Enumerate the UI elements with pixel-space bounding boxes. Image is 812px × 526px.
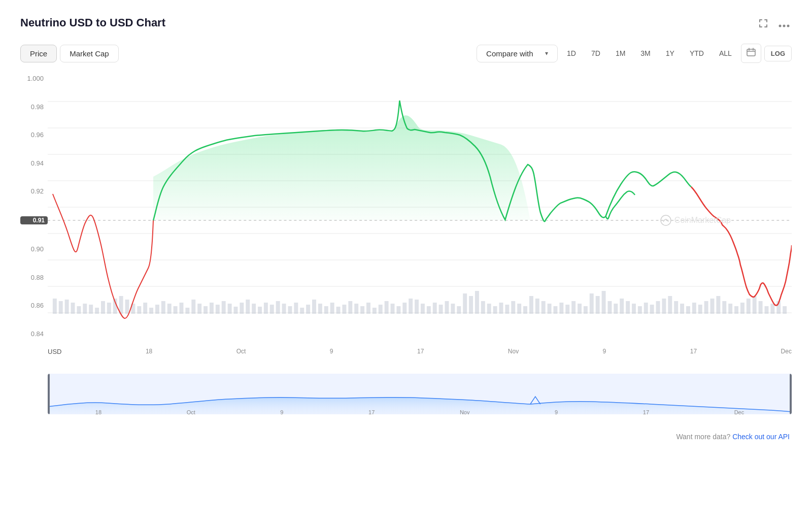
svg-rect-45 <box>167 304 172 314</box>
y-label-086: 0.86 <box>20 302 48 309</box>
svg-rect-89 <box>433 303 437 314</box>
x-label-18: 18 <box>146 348 152 355</box>
svg-rect-92 <box>451 304 455 314</box>
svg-rect-52 <box>210 303 214 314</box>
x-label-usd: USD <box>48 348 61 355</box>
svg-rect-149 <box>48 374 50 414</box>
more-options-button[interactable] <box>776 17 792 32</box>
svg-rect-7 <box>766 24 767 27</box>
svg-rect-57 <box>240 303 244 314</box>
svg-rect-66 <box>294 303 298 314</box>
svg-rect-90 <box>439 305 443 314</box>
svg-rect-1 <box>759 19 760 22</box>
svg-rect-118 <box>607 301 612 314</box>
x-label-9nov: 9 <box>603 348 606 355</box>
svg-rect-11 <box>747 49 755 56</box>
x-label-nov: Nov <box>508 348 519 355</box>
compare-label: Compare with <box>486 49 533 58</box>
svg-rect-85 <box>409 299 413 314</box>
svg-rect-80 <box>379 305 383 314</box>
svg-rect-104 <box>523 306 527 314</box>
svg-rect-71 <box>324 306 328 314</box>
svg-rect-97 <box>481 301 485 314</box>
svg-rect-99 <box>493 306 497 314</box>
svg-rect-127 <box>662 299 666 314</box>
svg-rect-72 <box>330 303 334 314</box>
mini-x-9nov: 9 <box>555 409 558 414</box>
market-cap-tab[interactable]: Market Cap <box>60 45 119 62</box>
svg-rect-40 <box>137 306 141 314</box>
svg-rect-83 <box>396 306 400 314</box>
svg-rect-117 <box>602 291 606 314</box>
svg-rect-111 <box>565 305 569 314</box>
period-ytd-btn[interactable]: YTD <box>684 46 710 61</box>
svg-rect-58 <box>246 300 250 314</box>
svg-rect-141 <box>747 299 751 314</box>
period-7d-btn[interactable]: 7D <box>585 46 606 61</box>
period-all-btn[interactable]: ALL <box>713 46 738 61</box>
price-tab[interactable]: Price <box>20 45 57 62</box>
svg-rect-81 <box>385 301 389 314</box>
y-label-098: 0.98 <box>20 104 48 110</box>
svg-point-10 <box>787 25 790 27</box>
svg-rect-88 <box>427 306 431 314</box>
svg-rect-87 <box>421 304 425 314</box>
svg-rect-77 <box>360 306 364 314</box>
svg-rect-133 <box>698 305 702 314</box>
svg-rect-64 <box>282 304 286 314</box>
compare-with-dropdown[interactable]: Compare with ▾ <box>477 45 558 62</box>
y-label-current: 0.91 <box>20 216 48 224</box>
svg-rect-91 <box>445 301 449 314</box>
svg-rect-79 <box>373 308 377 314</box>
y-label-084: 0.84 <box>20 331 48 337</box>
period-1m-btn[interactable]: 1M <box>610 46 631 61</box>
svg-rect-106 <box>535 299 539 314</box>
svg-rect-103 <box>517 304 521 314</box>
period-1y-btn[interactable]: 1Y <box>660 46 681 61</box>
api-link[interactable]: Check out our API <box>732 433 790 441</box>
svg-rect-42 <box>149 308 153 314</box>
svg-rect-43 <box>155 305 159 314</box>
svg-rect-119 <box>614 304 618 314</box>
svg-rect-62 <box>270 305 274 314</box>
y-label-092: 0.92 <box>20 188 48 194</box>
svg-rect-33 <box>95 308 99 314</box>
chart-container: Neutrino USD to USD Chart Price Market C… <box>0 0 812 526</box>
svg-rect-114 <box>584 306 588 314</box>
mini-chart-container: 18 Oct 9 17 Nov 9 17 Dec <box>48 374 792 414</box>
y-label-096: 0.96 <box>20 132 48 138</box>
svg-rect-82 <box>391 304 395 314</box>
svg-rect-60 <box>258 307 262 314</box>
svg-rect-139 <box>734 306 738 314</box>
svg-rect-135 <box>710 299 715 314</box>
y-label-088: 0.88 <box>20 274 48 281</box>
svg-rect-86 <box>415 300 419 314</box>
svg-rect-125 <box>650 305 654 314</box>
svg-rect-107 <box>542 301 546 314</box>
expand-button[interactable] <box>756 16 770 33</box>
footer-text: Want more data? <box>676 433 730 441</box>
svg-rect-51 <box>204 306 208 314</box>
svg-rect-49 <box>191 300 195 314</box>
x-label-17oct: 17 <box>417 348 424 355</box>
svg-rect-26 <box>53 299 57 314</box>
svg-rect-144 <box>765 306 769 314</box>
calendar-button[interactable] <box>741 44 761 63</box>
log-scale-btn[interactable]: LOG <box>764 46 792 61</box>
svg-rect-102 <box>511 301 515 314</box>
chevron-down-icon: ▾ <box>545 50 548 57</box>
period-1d-btn[interactable]: 1D <box>561 46 582 61</box>
period-3m-btn[interactable]: 3M <box>634 46 656 61</box>
svg-rect-121 <box>626 301 630 314</box>
svg-rect-120 <box>620 299 624 314</box>
svg-rect-68 <box>306 305 310 314</box>
svg-rect-134 <box>704 301 708 314</box>
svg-rect-47 <box>180 303 184 314</box>
svg-rect-69 <box>312 300 316 314</box>
svg-point-8 <box>779 25 782 27</box>
svg-rect-27 <box>59 301 63 314</box>
svg-rect-110 <box>559 303 563 314</box>
mini-x-nov: Nov <box>460 409 470 414</box>
svg-rect-46 <box>174 306 178 314</box>
svg-rect-50 <box>197 304 201 314</box>
